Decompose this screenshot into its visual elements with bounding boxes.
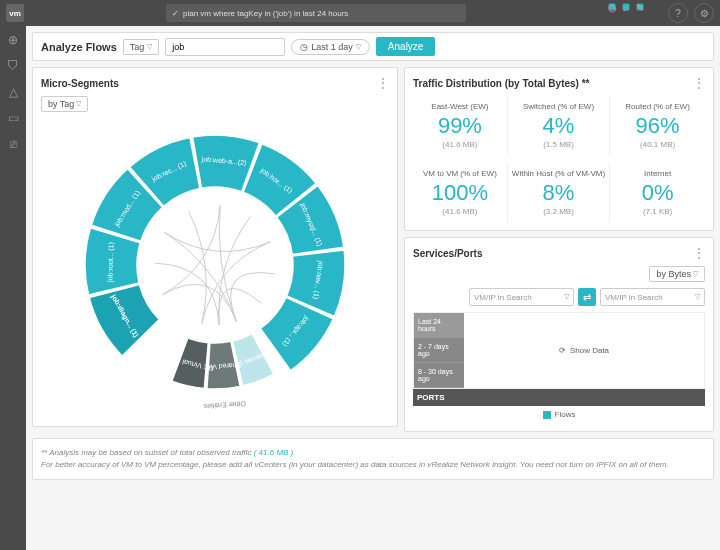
services-by-select[interactable]: by Bytes▽ [649, 266, 705, 282]
time-tab[interactable]: 2 - 7 days ago [414, 338, 464, 363]
micro-filter-select[interactable]: by Tag▽ [41, 96, 88, 112]
micro-segments-chart[interactable]: job:diagn... (1)job:root... (1)job:mod..… [65, 120, 365, 410]
stat-tile: Switched (% of EW)4%(1.5 MB) [508, 96, 610, 155]
settings-icon[interactable]: ⚙ [694, 3, 714, 23]
analyze-button[interactable]: Analyze [376, 37, 436, 56]
stat-tile: Within Host (% of VM-VM)8%(3.2 MB) [508, 163, 610, 222]
app-logo[interactable]: vm [6, 4, 24, 22]
nav-alert-icon[interactable]: △ [5, 84, 21, 100]
services-time-tabs: Last 24 hours2 - 7 days ago8 - 30 days a… [414, 313, 464, 388]
group-by-select[interactable]: Tag▽ [123, 39, 160, 55]
services-title: Services/Ports [413, 248, 483, 259]
stat-tile: Internet0%(7.1 KB) [610, 163, 705, 222]
nav-globe-icon[interactable]: ⊕ [5, 32, 21, 48]
history-icon[interactable]: ◷ [608, 3, 616, 11]
global-search[interactable]: ✓ plan vm where tagKey in ('job') in las… [166, 4, 466, 22]
traffic-panel: Traffic Distribution (by Total Bytes) **… [404, 67, 714, 231]
services-show-data[interactable]: ⟳Show Data [464, 313, 704, 387]
stat-tile: East-West (EW)99%(41.6 MB) [413, 96, 508, 155]
sidebar: ⊕ ⛉ △ ▭ ⎚ [0, 26, 26, 550]
micro-segments-title: Micro-Segments [41, 78, 119, 89]
nav-datasource-icon[interactable]: ⎚ [5, 136, 21, 152]
services-dst-input[interactable]: VM/IP in Search▽ [600, 288, 705, 306]
clock-icon: ◷ [300, 42, 308, 52]
traffic-title: Traffic Distribution (by Total Bytes) ** [413, 78, 590, 89]
nav-security-icon[interactable]: ⛉ [5, 58, 21, 74]
pin-icon[interactable]: ✎ [636, 3, 644, 11]
group-value-input[interactable] [165, 38, 285, 56]
footnote: ** Analysis may be based on subset of to… [32, 438, 714, 480]
help-icon[interactable]: ? [668, 3, 688, 23]
time-range-select[interactable]: ◷Last 1 day▽ [291, 39, 370, 55]
services-more-icon[interactable]: ⋮ [693, 246, 705, 260]
ports-header[interactable]: PORTS [413, 389, 705, 406]
traffic-more-icon[interactable]: ⋮ [693, 76, 705, 90]
services-src-input[interactable]: VM/IP in Search▽ [469, 288, 574, 306]
page-title: Analyze Flows [41, 41, 117, 53]
analyze-toolbar: Analyze Flows Tag▽ ◷Last 1 day▽ Analyze [32, 32, 714, 61]
check-icon: ✓ [172, 9, 179, 18]
refresh-icon: ⟳ [559, 346, 566, 355]
stat-tile: VM to VM (% of EW)100%(41.6 MB) [413, 163, 508, 222]
svg-text:Other Entities: Other Entities [203, 400, 246, 410]
topbar: vm ✓ plan vm where tagKey in ('job') in … [0, 0, 720, 26]
nav-monitor-icon[interactable]: ▭ [5, 110, 21, 126]
micro-segments-panel: Micro-Segments ⋮ by Tag▽ job:diagn... (1… [32, 67, 398, 427]
time-tab[interactable]: Last 24 hours [414, 313, 464, 338]
services-legend: Flows [413, 406, 705, 423]
search-text: plan vm where tagKey in ('job') in last … [183, 9, 348, 18]
services-panel: Services/Ports ⋮ by Bytes▽ VM/IP in Sear… [404, 237, 714, 432]
micro-more-icon[interactable]: ⋮ [377, 76, 389, 90]
swap-icon[interactable]: ⇄ [578, 288, 596, 306]
search-icon[interactable]: ⌕ [622, 3, 630, 11]
stat-tile: Routed (% of EW)96%(40.1 MB) [610, 96, 705, 155]
time-tab[interactable]: 8 - 30 days ago [414, 363, 464, 388]
